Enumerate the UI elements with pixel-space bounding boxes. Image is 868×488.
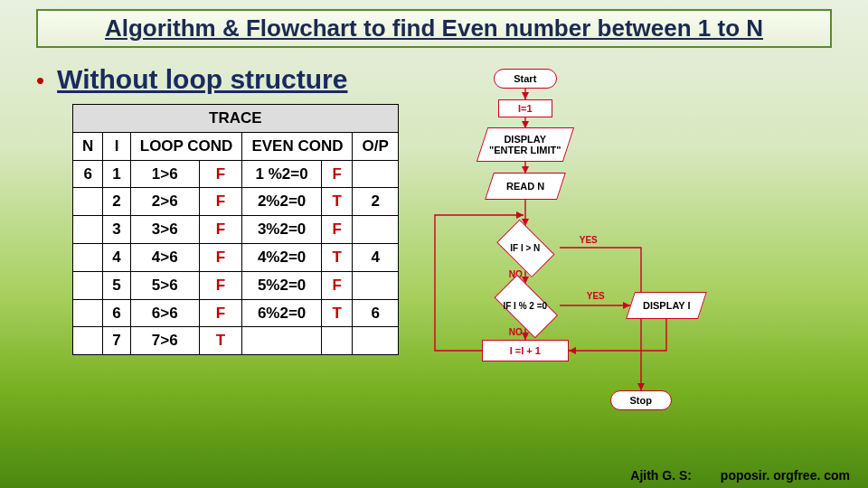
fc-start: Start [494,69,557,89]
flowchart-arrows [417,63,733,407]
footer-site: poposir. orgfree. com [721,468,850,483]
content-row: TRACE N I LOOP COND EVEN COND O/P 611>6F… [72,104,859,407]
fc-display-i: DISPLAY I [630,293,703,318]
bullet-text: Without loop structure [57,64,347,95]
fc-increment: I =I + 1 [482,340,569,361]
fc-yes-1: YES [580,235,598,245]
table-row: 44>6F4%2=0T4 [73,243,399,271]
trace-table: TRACE N I LOOP COND EVEN COND O/P 611>6F… [72,104,399,355]
table-row: 77>6T [73,327,399,355]
table-row: 66>6F6%2=0T6 [73,299,399,327]
table-row: 22>6F2%2=0T2 [73,188,399,216]
flowchart: Start I=1 DISPLAY "ENTER LIMIT" READ N I… [417,63,733,407]
bullet-icon: • [36,67,44,95]
table-row: 33>6F3%2=0F [73,216,399,244]
footer: Ajith G. S: poposir. orgfree. com [630,468,850,483]
fc-read-n: READ N [489,174,561,199]
fc-init: I=1 [498,99,552,117]
fc-cond-loop: IF I > N [491,226,560,269]
slide-title: Algorithm & Flowchart to find Even numbe… [36,9,832,48]
table-row: 611>6F1 %2=0F [73,160,399,188]
fc-stop: Stop [610,390,672,410]
footer-author: Ajith G. S: [630,468,692,483]
trace-title: TRACE [73,105,399,133]
table-row: 55>6F5%2=0F [73,271,399,299]
fc-cond-even: IF I % 2 =0 [486,284,565,327]
fc-yes-2: YES [587,291,605,301]
fc-display-prompt: DISPLAY "ENTER LIMIT" [482,128,569,161]
trace-header-row: N I LOOP COND EVEN COND O/P [73,132,399,160]
fc-no-2: NO [509,327,523,337]
